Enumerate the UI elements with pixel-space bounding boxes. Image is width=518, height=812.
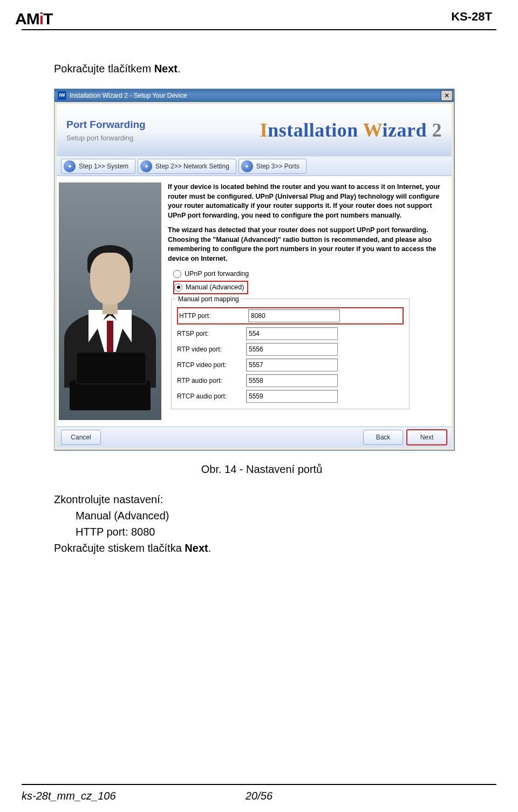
app-icon: IW	[58, 91, 66, 100]
rtcp-video-port-input[interactable]	[246, 358, 338, 371]
check-line-4: Pokračujte stiskem tlačítka Next.	[54, 540, 469, 556]
banner-subtitle: Setup port forwarding	[66, 133, 146, 144]
intro-text: Pokračujte tlačítkem	[54, 63, 154, 75]
window-titlebar: IW Installation Wizard 2 - Setup Your De…	[54, 89, 454, 102]
intro-paragraph: Pokračujte tlačítkem Next.	[54, 60, 469, 77]
radio-label: Manual (Advanced)	[186, 282, 244, 293]
http-port-input[interactable]	[248, 309, 340, 322]
side-image	[59, 182, 161, 420]
radio-upnp[interactable]: UPnP port forwarding	[173, 269, 444, 279]
check-line-2: Manual (Advanced)	[76, 508, 469, 524]
rtcp-video-port-row: RTCP video port:	[177, 358, 404, 371]
radio-manual[interactable]: Manual (Advanced)	[173, 281, 444, 294]
wizard-footer: Cancel Back Next	[57, 427, 452, 448]
rtp-video-port-row: RTP video port:	[177, 343, 404, 356]
wizard-window: IW Installation Wizard 2 - Setup Your De…	[54, 89, 454, 450]
wizard-steps: ✦ Step 1>> System ✦ Step 2>> Network Set…	[57, 157, 452, 176]
step-icon: ✦	[64, 160, 76, 172]
step-label: Step 1>> System	[79, 161, 128, 171]
intro-bold: Next	[154, 63, 178, 75]
manual-port-mapping-group: Manual port mapping HTTP port: RTSP port…	[171, 299, 410, 409]
rtsp-port-row: RTSP port:	[177, 327, 404, 340]
rtcp-audio-port-input[interactable]	[246, 390, 338, 403]
doc-id: KS-28T	[451, 10, 492, 24]
rtp-audio-port-row: RTP audio port:	[177, 374, 404, 387]
banner-title: Port Forwarding	[66, 117, 146, 133]
http-port-row: HTTP port:	[177, 307, 404, 324]
back-button[interactable]: Back	[363, 430, 403, 445]
fieldset-legend: Manual port mapping	[176, 294, 241, 304]
step-3-button[interactable]: ✦ Step 3>> Ports	[238, 159, 306, 174]
port-label: RTP audio port:	[177, 376, 246, 385]
rtsp-port-input[interactable]	[246, 327, 338, 340]
port-label: RTCP video port:	[177, 360, 246, 370]
port-label: RTSP port:	[177, 329, 246, 339]
info-paragraph-1: If your device is located behind the rou…	[168, 182, 444, 220]
info-paragraph-2: The wizard has detected that your router…	[168, 226, 444, 263]
port-label: RTCP audio port:	[177, 391, 246, 401]
cancel-button[interactable]: Cancel	[61, 430, 101, 445]
rtp-audio-port-input[interactable]	[246, 374, 338, 387]
footer-divider	[22, 784, 496, 785]
window-title: Installation Wizard 2 - Setup Your Devic…	[70, 91, 187, 100]
step-2-button[interactable]: ✦ Step 2>> Network Setting	[138, 159, 236, 174]
check-line-1: Zkontrolujte nastavení:	[54, 491, 469, 508]
close-button[interactable]: ✕	[441, 90, 453, 101]
step-icon: ✦	[241, 160, 253, 172]
intro-end: .	[178, 63, 181, 75]
step-label: Step 2>> Network Setting	[155, 161, 229, 171]
step-icon: ✦	[140, 160, 152, 172]
step-1-button[interactable]: ✦ Step 1>> System	[61, 159, 135, 174]
rtp-video-port-input[interactable]	[246, 343, 338, 356]
footer-page-number: 20/56	[246, 790, 272, 802]
logo: AMiT	[15, 10, 52, 28]
rtcp-audio-port-row: RTCP audio port:	[177, 390, 404, 403]
next-button[interactable]: Next	[406, 429, 447, 445]
radio-label: UPnP port forwarding	[185, 269, 249, 279]
port-label: HTTP port:	[179, 311, 248, 321]
wizard-banner: Port Forwarding Setup port forwarding In…	[57, 104, 452, 157]
figure-caption: Obr. 14 - Nastavení portů	[54, 461, 469, 477]
product-name: Installation Wizard 2	[260, 116, 442, 145]
port-label: RTP video port:	[177, 344, 246, 354]
radio-icon	[174, 283, 182, 292]
step-label: Step 3>> Ports	[256, 161, 299, 171]
check-line-3: HTTP port: 8080	[76, 524, 469, 540]
radio-icon	[173, 270, 181, 278]
footer-filename: ks-28t_mm_cz_106	[22, 790, 116, 802]
